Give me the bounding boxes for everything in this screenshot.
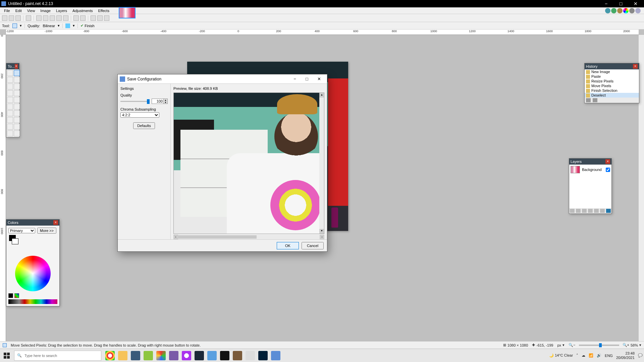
tool-button[interactable] xyxy=(14,104,20,110)
history-item[interactable]: Finish Selection xyxy=(585,88,639,93)
colors-panel-close-button[interactable]: × xyxy=(53,220,58,225)
workspace-scrollbar-vertical[interactable] xyxy=(639,35,644,345)
menu-adjustments[interactable]: Adjustments xyxy=(70,8,96,13)
taskbar-app-minecraft[interactable] xyxy=(233,351,242,360)
taskbar-app-steam[interactable] xyxy=(195,351,204,360)
tools-toggle-icon[interactable] xyxy=(605,8,610,13)
tool-button[interactable] xyxy=(14,110,20,116)
zoom-value[interactable]: 58% xyxy=(631,343,638,347)
finish-button[interactable]: ✔Finish xyxy=(80,23,94,28)
tool-button[interactable] xyxy=(7,117,13,123)
tray-language-icon[interactable]: ENG xyxy=(605,354,613,358)
open-icon[interactable] xyxy=(9,15,14,21)
quality-input[interactable] xyxy=(152,99,163,104)
history-toggle-icon[interactable] xyxy=(611,8,616,13)
start-button[interactable] xyxy=(1,350,12,361)
taskbar-app-cube[interactable] xyxy=(169,351,178,360)
preview-scroll-left-icon[interactable]: ‹ xyxy=(173,235,178,239)
tool-button[interactable] xyxy=(7,110,13,116)
tool-button[interactable] xyxy=(14,130,20,136)
color-wheel[interactable] xyxy=(15,256,51,291)
copy-icon[interactable] xyxy=(43,15,48,21)
undo-icon[interactable] xyxy=(73,15,79,21)
taskbar-app-generic[interactable] xyxy=(207,351,217,360)
zoom-out-icon[interactable]: 🔍− xyxy=(569,343,575,347)
tool-button[interactable] xyxy=(14,90,20,96)
taskbar-search[interactable]: 🔍 Type here to search xyxy=(14,351,101,361)
history-redo-icon[interactable] xyxy=(593,98,597,102)
layer-add-icon[interactable] xyxy=(570,209,575,213)
deselect-icon[interactable] xyxy=(63,15,68,21)
history-undo-icon[interactable] xyxy=(586,98,591,102)
save-icon[interactable] xyxy=(15,15,21,21)
tool-button[interactable] xyxy=(14,97,20,103)
tool-button[interactable] xyxy=(7,124,13,130)
tools-panel-close-button[interactable]: × xyxy=(15,64,18,69)
tool-button[interactable] xyxy=(7,83,13,89)
tray-chevron-up-icon[interactable]: ˄ xyxy=(576,353,578,358)
tray-clock[interactable]: 23:48 20/09/2021 xyxy=(616,351,635,360)
taskbar-app-chrome[interactable] xyxy=(105,351,115,360)
quality-slider[interactable] xyxy=(120,101,150,102)
cancel-button[interactable]: Cancel xyxy=(302,242,324,249)
taskbar-app-epic[interactable] xyxy=(220,351,229,360)
tool-button[interactable] xyxy=(14,70,20,76)
history-item[interactable]: New Image xyxy=(585,69,639,74)
tray-notifications-icon[interactable]: 💬 xyxy=(638,353,643,358)
quality-dropdown-icon[interactable]: ▾ xyxy=(58,23,60,28)
palette-swap-icon[interactable] xyxy=(8,293,13,298)
dialog-minimize-button[interactable]: − xyxy=(289,76,301,81)
menu-edit[interactable]: Edit xyxy=(13,8,24,13)
tool-button[interactable] xyxy=(7,104,13,110)
tray-wifi-icon[interactable]: 📶 xyxy=(589,353,593,358)
layers-panel-close-button[interactable]: × xyxy=(605,159,610,164)
color-palette-strip[interactable] xyxy=(8,299,57,304)
colors-more-button[interactable]: More >> xyxy=(37,228,56,234)
window-minimize-button[interactable]: − xyxy=(600,1,612,6)
preview-scroll-up-icon[interactable]: ▴ xyxy=(319,93,324,98)
zoom-in-icon[interactable]: 🔍+ xyxy=(623,343,629,347)
tool-button[interactable] xyxy=(7,77,13,83)
quality-value[interactable]: Bilinear xyxy=(43,24,55,28)
layer-movedown-icon[interactable] xyxy=(600,209,605,213)
tool-button[interactable] xyxy=(14,117,20,123)
new-icon[interactable] xyxy=(2,15,7,21)
history-item[interactable]: Resize Pixels xyxy=(585,79,639,83)
colors-toggle-icon[interactable] xyxy=(623,8,629,13)
sampling-icon[interactable] xyxy=(65,23,70,28)
weather-widget[interactable]: 🌙 14°C Clear xyxy=(549,353,573,358)
taskbar-app-volume[interactable] xyxy=(246,351,255,360)
layer-row[interactable]: Background xyxy=(569,165,611,175)
history-item[interactable]: Paste xyxy=(585,74,639,79)
taskbar-app-notepadpp[interactable] xyxy=(131,351,140,360)
taskbar-app-slack[interactable] xyxy=(156,351,166,360)
tray-volume-icon[interactable]: 🔊 xyxy=(597,353,601,358)
taskbar-app-android[interactable] xyxy=(144,351,153,360)
menu-file[interactable]: File xyxy=(1,8,13,13)
tool-button[interactable] xyxy=(7,97,13,103)
help-icon[interactable] xyxy=(635,8,641,13)
color-mode-select[interactable]: Primary xyxy=(8,228,35,233)
secondary-color-swatch[interactable] xyxy=(12,238,18,244)
ok-button[interactable]: OK xyxy=(277,242,299,249)
taskbar-app-photoshop[interactable] xyxy=(258,351,268,360)
history-panel-close-button[interactable]: × xyxy=(633,64,638,69)
layer-visibility-checkbox[interactable] xyxy=(606,168,610,172)
sampling-dropdown-icon[interactable]: ▾ xyxy=(73,23,75,28)
quality-spin-down[interactable]: ▼ xyxy=(163,101,167,104)
zoom-slider[interactable] xyxy=(579,345,619,346)
history-item[interactable]: Move Pixels xyxy=(585,83,639,88)
layer-delete-icon[interactable] xyxy=(576,209,581,213)
tool-button[interactable] xyxy=(14,124,20,130)
preview-scroll-right-icon[interactable]: › xyxy=(320,235,324,239)
taskbar-app-paintnet[interactable] xyxy=(271,351,280,360)
document-thumbnail[interactable] xyxy=(119,7,136,18)
layer-properties-icon[interactable] xyxy=(606,209,611,213)
taskbar-app-opera[interactable] xyxy=(182,351,191,360)
taskbar-app-explorer[interactable] xyxy=(118,351,127,360)
defaults-button[interactable]: Defaults xyxy=(133,122,155,129)
paste-icon[interactable] xyxy=(50,15,55,21)
dialog-close-button[interactable]: ✕ xyxy=(313,76,325,81)
redo-icon[interactable] xyxy=(80,15,86,21)
crop-icon[interactable] xyxy=(56,15,62,21)
